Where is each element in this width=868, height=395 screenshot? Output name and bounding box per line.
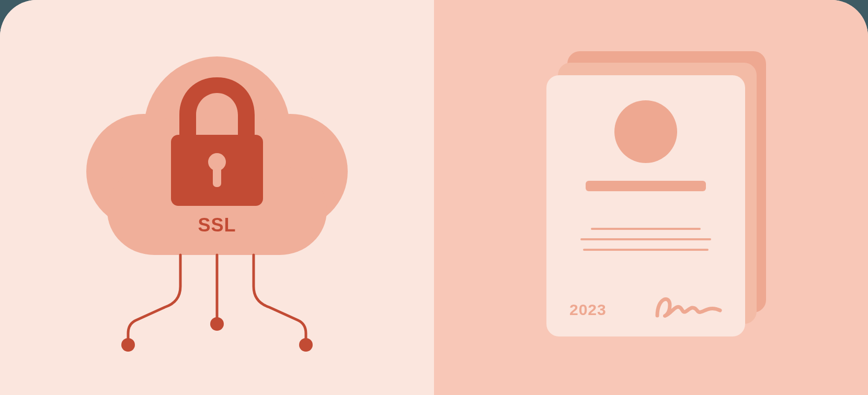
- cloud-lock-svg: [50, 30, 384, 365]
- ssl-cloud-illustration: SSL: [50, 30, 384, 365]
- certificate-sheet-front: 2023: [546, 75, 745, 336]
- certificate-line: [580, 238, 711, 240]
- svg-point-8: [210, 317, 224, 331]
- certificate-stack: 2023: [536, 51, 766, 344]
- certificate-line: [591, 228, 701, 230]
- illustration-card: SSL 2023: [0, 0, 868, 395]
- svg-point-9: [121, 338, 135, 352]
- panel-ssl: SSL: [0, 0, 434, 395]
- certificate-line: [583, 249, 709, 251]
- circuit-nodes: [121, 317, 313, 352]
- svg-point-10: [299, 338, 313, 352]
- certificate-year: 2023: [569, 301, 607, 319]
- certificate-footer: 2023: [569, 293, 722, 319]
- svg-rect-6: [213, 166, 221, 187]
- ssl-label: SSL: [198, 214, 236, 236]
- certificate-title-bar: [586, 181, 706, 191]
- certificate-seal-icon: [614, 100, 677, 163]
- panel-certificate: 2023: [434, 0, 868, 395]
- signature-icon: [654, 293, 722, 319]
- certificate-body-lines: [580, 228, 711, 259]
